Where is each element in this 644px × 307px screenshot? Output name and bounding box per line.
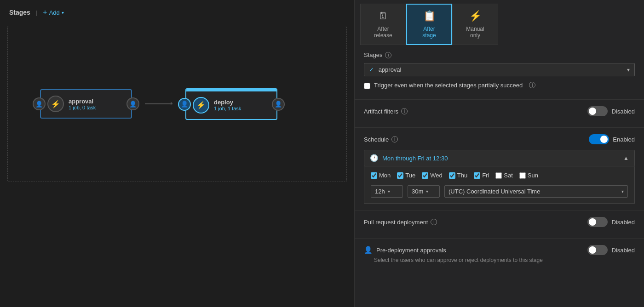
connector-line (145, 103, 172, 104)
hour-select[interactable]: 12h ▾ (371, 185, 403, 198)
schedule-label: Schedule i (364, 136, 398, 143)
day-mon: Mon (371, 172, 391, 179)
artifact-filters-toggle-wrap: Disabled (587, 106, 635, 116)
pull-request-toggle-knob (589, 218, 596, 226)
pull-request-toggle-wrap: Disabled (587, 217, 635, 227)
day-tue-label[interactable]: Tue (405, 172, 415, 179)
day-fri-checkbox[interactable] (474, 172, 480, 179)
schedule-body: Mon Tue Wed Thu Fri (364, 166, 635, 204)
partial-succeed-checkbox[interactable] (364, 83, 370, 89)
artifact-filters-label: Artifact filters i (364, 108, 408, 115)
artifact-filters-toggle-knob (589, 108, 596, 115)
pre-deployment-label: 👤 Pre-deployment approvals (364, 246, 446, 254)
after-stage-label: Afterstage (422, 26, 436, 39)
schedule-toggle-status: Enabled (613, 136, 635, 143)
day-fri-label[interactable]: Fri (482, 172, 489, 179)
pre-deployment-section: 👤 Pre-deployment approvals Disabled Sele… (355, 238, 644, 270)
pre-deployment-toggle-wrap: Disabled (587, 245, 635, 255)
pull-request-label: Pull request deployment i (364, 219, 437, 226)
day-mon-label[interactable]: Mon (379, 172, 391, 179)
day-wed: Wed (422, 172, 443, 179)
stage-box-deploy[interactable]: ⚡ deploy 1 job, 1 task 👤 👤 (185, 88, 277, 120)
schedule-info-icon[interactable]: i (391, 136, 398, 142)
post-approver-approval[interactable]: 👤 (126, 97, 139, 110)
minute-select[interactable]: 30m ▾ (408, 185, 440, 198)
schedule-toggle-wrap: Enabled (589, 134, 635, 144)
after-stage-icon: 📋 (423, 10, 436, 22)
stage-node-approval: ⚡ approval 1 job, 0 task 👤 👤 (26, 89, 132, 119)
add-button[interactable]: + Add ▾ (43, 8, 63, 17)
stages-info-icon[interactable]: i (385, 52, 391, 58)
tab-after-stage[interactable]: 📋 Afterstage (406, 4, 452, 45)
post-approver-deploy[interactable]: 👤 (272, 98, 285, 111)
day-sun-checkbox[interactable] (519, 172, 526, 179)
schedule-chevron-icon: ▲ (623, 155, 629, 161)
artifact-filters-info-icon[interactable]: i (401, 108, 408, 114)
stage-node-deploy: ⚡ deploy 1 job, 1 task 👤 👤 (185, 88, 277, 120)
pre-approver-deploy[interactable]: 👤 (178, 98, 191, 111)
partial-succeed-row: Trigger even when the selected stages pa… (364, 82, 635, 89)
timezone-value: (UTC) Coordinated Universal Time (448, 188, 540, 195)
pull-request-info-icon[interactable]: i (431, 219, 437, 225)
right-panel: 🗓 Afterrelease 📋 Afterstage ⚡ Manualonly… (354, 0, 644, 307)
trigger-tabs: 🗓 Afterrelease 📋 Afterstage ⚡ Manualonly (355, 0, 644, 45)
schedule-header[interactable]: 🕐 Mon through Fri at 12:30 ▲ (364, 150, 635, 166)
schedule-clock-icon: 🕐 (370, 154, 379, 162)
check-icon: ✓ (369, 66, 374, 73)
after-release-icon: 🗓 (378, 10, 388, 22)
day-sun: Sun (519, 172, 538, 179)
tab-manual-only[interactable]: ⚡ Manualonly (452, 4, 498, 45)
tab-after-release[interactable]: 🗓 Afterrelease (360, 4, 406, 45)
day-wed-checkbox[interactable] (422, 172, 428, 179)
pre-deployment-header: 👤 Pre-deployment approvals Disabled (364, 245, 635, 255)
partial-succeed-info-icon[interactable]: i (529, 82, 535, 88)
day-sat-checkbox[interactable] (495, 172, 502, 179)
stages-dropdown[interactable]: ✓ approval ▾ (364, 63, 635, 76)
schedule-summary: Mon through Fri at 12:30 (382, 155, 448, 162)
day-mon-checkbox[interactable] (371, 172, 377, 179)
artifact-filters-toggle[interactable] (587, 106, 608, 116)
stage-icon-deploy: ⚡ (193, 97, 209, 114)
timezone-select[interactable]: (UTC) Coordinated Universal Time ▾ (444, 185, 628, 198)
stages-header: Stages | + Add ▾ (0, 0, 354, 22)
day-thu-label[interactable]: Thu (457, 172, 467, 179)
hour-value: 12h (375, 188, 385, 195)
artifact-filters-toggle-status: Disabled (611, 108, 635, 115)
stage-box-approval[interactable]: ⚡ approval 1 job, 0 task 👤 👤 (40, 89, 132, 119)
day-thu-checkbox[interactable] (449, 172, 455, 179)
stages-divider: | (36, 9, 37, 16)
pre-approver-approval[interactable]: 👤 (33, 97, 46, 110)
days-row: Mon Tue Wed Thu Fri (371, 172, 628, 179)
day-sun-label[interactable]: Sun (528, 172, 538, 179)
minute-value: 30m (412, 188, 423, 195)
manual-only-icon: ⚡ (469, 10, 482, 22)
stages-label: Stages i (364, 51, 391, 58)
stages-title: Stages (9, 9, 30, 16)
pre-deployment-toggle[interactable] (587, 245, 608, 255)
day-sat: Sat (495, 172, 513, 179)
partial-succeed-label[interactable]: Trigger even when the selected stages pa… (374, 82, 523, 89)
pull-request-toggle[interactable] (587, 217, 608, 227)
schedule-section: Schedule i Enabled 🕐 Mon through Fri at … (355, 127, 644, 210)
stage-icon-approval: ⚡ (47, 96, 64, 112)
day-tue-checkbox[interactable] (397, 172, 403, 179)
day-wed-label[interactable]: Wed (430, 172, 443, 179)
stage-name-deploy: deploy (214, 99, 270, 106)
left-panel: Stages | + Add ▾ ⚡ approval 1 job, 0 tas… (0, 0, 354, 307)
day-fri: Fri (474, 172, 489, 179)
plus-icon: + (43, 8, 47, 17)
timezone-chevron-icon: ▾ (621, 189, 624, 194)
chevron-down-icon: ▾ (62, 10, 64, 15)
pull-request-toggle-status: Disabled (611, 219, 635, 226)
pre-deployment-icon: 👤 (364, 246, 373, 254)
stage-jobs-approval: 1 job, 0 task (69, 105, 125, 110)
stage-jobs-deploy: 1 job, 1 task (214, 106, 270, 111)
day-thu: Thu (449, 172, 467, 179)
stage-name-approval: approval (69, 98, 125, 105)
after-release-label: Afterrelease (374, 26, 392, 39)
schedule-toggle-knob (600, 136, 608, 143)
day-sat-label[interactable]: Sat (504, 172, 513, 179)
schedule-toggle[interactable] (589, 134, 609, 144)
pull-request-section: Pull request deployment i Disabled (355, 210, 644, 238)
artifact-filters-section: Artifact filters i Disabled (355, 99, 644, 127)
